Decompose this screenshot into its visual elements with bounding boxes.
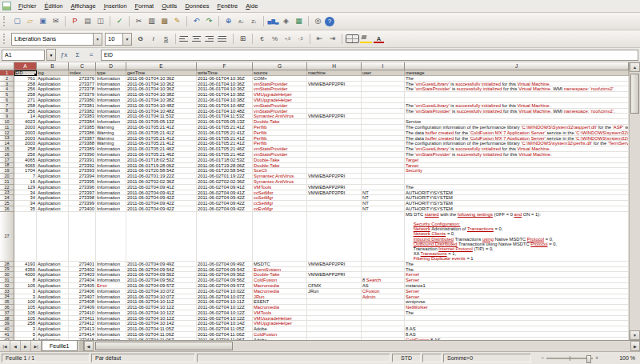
- print-preview-icon[interactable]: ◫: [94, 15, 106, 27]
- copy-icon[interactable]: ▥: [146, 15, 158, 27]
- cell-F18[interactable]: 2011-06-01T19:28:06Z: [197, 163, 253, 169]
- cell-I34[interactable]: Admin: [362, 294, 405, 300]
- cell-A18[interactable]: 4065: [14, 163, 37, 169]
- cell-A15[interactable]: 258: [14, 146, 37, 152]
- cell-A3[interactable]: 258: [14, 82, 37, 87]
- cell-B14[interactable]: Application: [37, 141, 69, 146]
- cell-A4[interactable]: 256: [14, 86, 37, 92]
- cell-C24[interactable]: 273398: [69, 195, 96, 201]
- cell-C34[interactable]: 273407: [69, 294, 96, 300]
- cell-G41[interactable]: ColdFusion: [253, 332, 307, 338]
- cell-J2[interactable]: The: [405, 76, 629, 82]
- cell-E11[interactable]: 2011-06-01T05:21:41Z: [126, 125, 197, 130]
- cell-reference-box[interactable]: A1: [2, 50, 45, 61]
- toolbar-grip[interactable]: [3, 34, 8, 44]
- cell-A28[interactable]: 4193: [14, 262, 37, 267]
- cell-E23[interactable]: 2011-06-02T04:09:41Z: [126, 190, 197, 196]
- cell-F10[interactable]: 2011-06-01T05:05:13Z: [197, 119, 253, 125]
- cell-H12[interactable]: [307, 130, 362, 136]
- cell-J4[interactable]: The 'vmStatsProvider' is successfully in…: [405, 86, 629, 92]
- cell-F5[interactable]: 2011-06-01T04:10:38Z: [197, 92, 253, 98]
- cell-G9[interactable]: Symantec AntiVirus: [253, 114, 307, 119]
- cell-C22[interactable]: 273396: [69, 185, 96, 190]
- zoom-out-icon[interactable]: −: [541, 355, 544, 361]
- cell-A25[interactable]: 34: [14, 201, 37, 206]
- cell-J15[interactable]: The 'vmGuestLibrary' is successfully ini…: [405, 146, 629, 152]
- sheet-nav-button-0[interactable]: |◀: [0, 341, 10, 351]
- menu-edition[interactable]: Édition: [41, 2, 67, 10]
- underline-icon[interactable]: S: [160, 33, 172, 45]
- cell-E9[interactable]: 2011-06-01T04:11:53Z: [126, 114, 197, 119]
- cell-J21[interactable]: [405, 179, 629, 185]
- cell-J38[interactable]: [405, 316, 629, 322]
- cell-I41[interactable]: [362, 332, 405, 338]
- function-button[interactable]: =: [85, 50, 98, 60]
- menu-insertion[interactable]: Insertion: [100, 2, 131, 10]
- cell-B4[interactable]: Application: [37, 86, 69, 92]
- cell-I24[interactable]: NT: [362, 195, 405, 201]
- cell-J42[interactable]: ColdFusion 8.AS: [405, 338, 629, 340]
- cell-J22[interactable]: The: [405, 185, 629, 190]
- cell-E22[interactable]: 2011-06-02T04:09:41Z: [126, 185, 197, 190]
- add-decimal-place-icon[interactable]: +,0: [282, 33, 294, 45]
- hyperlink-icon[interactable]: ⊕: [222, 15, 234, 27]
- cell-F29[interactable]: 2011-06-02T04:09:54Z: [197, 267, 253, 273]
- cell-I38[interactable]: [362, 316, 405, 322]
- cell-D14[interactable]: Warning: [96, 141, 126, 146]
- cell-D13[interactable]: Warning: [96, 136, 126, 142]
- cell-E36[interactable]: 2011-06-02T04:10:12Z: [126, 305, 197, 310]
- cell-E13[interactable]: 2011-06-01T05:21:41Z: [126, 136, 197, 142]
- cell-H22[interactable]: VMWEBAPP2PRI: [307, 185, 362, 190]
- cell-G42[interactable]: Adobe: [253, 338, 307, 340]
- cell-B17[interactable]: Application: [37, 158, 69, 163]
- cell-B29[interactable]: Application: [37, 267, 69, 273]
- cell-J14[interactable]: The configuration information of the per…: [405, 141, 629, 146]
- cell-I22[interactable]: [362, 185, 405, 190]
- cell-G14[interactable]: Perflib: [253, 141, 307, 146]
- cell-D5[interactable]: Information: [96, 92, 126, 98]
- row-header-26[interactable]: 26: [0, 206, 14, 212]
- cell-F8[interactable]: 2011-06-01T04:10:48Z: [197, 109, 253, 114]
- cell-D17[interactable]: Information: [96, 158, 126, 163]
- cell-H20[interactable]: VMWEBAPP2PRI: [307, 174, 362, 179]
- cell-F9[interactable]: 2011-06-01T04:11:53Z: [197, 114, 253, 119]
- cell-H40[interactable]: [307, 326, 362, 332]
- cell-D11[interactable]: Warning: [96, 125, 126, 130]
- cell-E4[interactable]: 2011-06-01T04:10:36Z: [126, 86, 197, 92]
- cell-C15[interactable]: 273389: [69, 146, 96, 152]
- cell-J12[interactable]: The data buffer created for the 'ColdFus…: [405, 130, 629, 136]
- cell-B38[interactable]: Application: [37, 316, 69, 322]
- cell-D30[interactable]: Information: [96, 272, 126, 278]
- cell-H42[interactable]: [307, 338, 362, 340]
- cell-F19[interactable]: 2011-06-01T20:58:54Z: [197, 168, 253, 174]
- cell-A5[interactable]: 258: [14, 92, 37, 98]
- cell-B9[interactable]: Application: [37, 114, 69, 119]
- cell-H28[interactable]: VMWEBAPP2PRI: [307, 262, 362, 267]
- cell-A16[interactable]: 256: [14, 152, 37, 158]
- cell-A40[interactable]: 3: [14, 326, 37, 332]
- cell-B28[interactable]: Application: [37, 262, 69, 267]
- cell-G39[interactable]: VMUpgradeHelper: [253, 321, 307, 326]
- cell-E17[interactable]: 2011-06-01T18:02:53Z: [126, 158, 197, 163]
- cell-J10[interactable]: Service: [405, 119, 629, 125]
- cell-B34[interactable]: Application: [37, 294, 69, 300]
- cell-C31[interactable]: 273404: [69, 278, 96, 283]
- scroll-down-icon[interactable]: ▼: [630, 330, 640, 340]
- cell-H16[interactable]: [307, 152, 362, 158]
- cell-E29[interactable]: 2011-06-02T04:09:54Z: [126, 267, 197, 273]
- cell-B12[interactable]: Application: [37, 130, 69, 136]
- cell-A14[interactable]: 2003: [14, 141, 37, 146]
- cell-A37[interactable]: 105: [14, 310, 37, 316]
- cell-H27[interactable]: [307, 212, 362, 262]
- cell-A17[interactable]: 4065: [14, 158, 37, 163]
- cell-G32[interactable]: Macromedia: [253, 283, 307, 289]
- cell-A29[interactable]: 4356: [14, 267, 37, 273]
- cell-I37[interactable]: [362, 310, 405, 316]
- cell-D33[interactable]: Information: [96, 289, 126, 294]
- menu-outils[interactable]: Outils: [158, 2, 181, 10]
- cell-G13[interactable]: Perflib: [253, 136, 307, 142]
- cell-G33[interactable]: Macromedia: [253, 289, 307, 294]
- cell-C42[interactable]: 273415: [69, 338, 96, 340]
- cell-B41[interactable]: Application: [37, 332, 69, 338]
- cut-icon[interactable]: ✂: [133, 15, 145, 27]
